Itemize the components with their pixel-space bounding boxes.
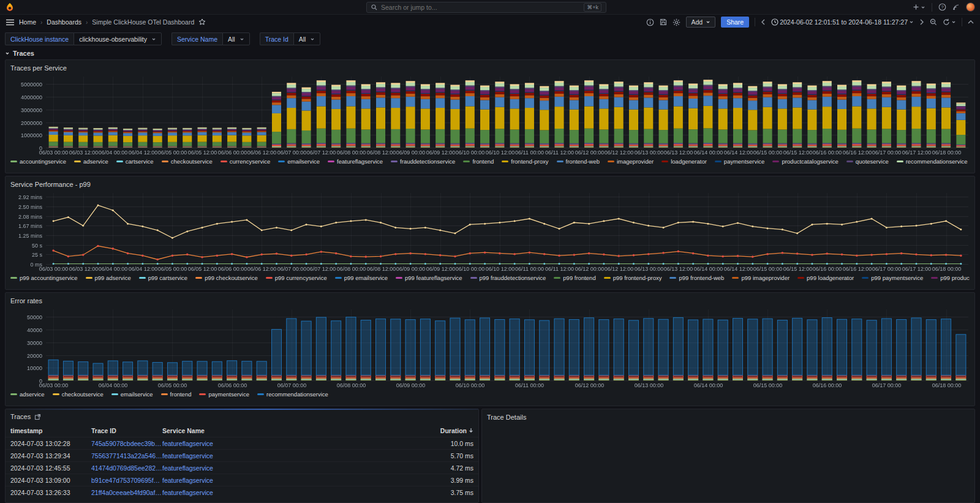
legend-item[interactable]: p99 imageprovider (732, 274, 790, 281)
cell-service-link[interactable]: featureflagservice (162, 477, 227, 484)
col-service-name[interactable]: Service Name (162, 427, 227, 434)
legend-item[interactable]: emailservice (278, 158, 320, 165)
cell-service-link[interactable]: featureflagservice (162, 452, 227, 460)
help-icon[interactable]: ? (938, 3, 946, 11)
legend-item[interactable]: checkoutservice (53, 391, 104, 398)
row-traces-toggle[interactable]: Traces (5, 48, 34, 58)
variable-label[interactable]: Service Name (172, 32, 222, 45)
legend-item[interactable]: loadgenerator (662, 158, 707, 165)
legend-item[interactable]: p99 frontend-proxy (604, 274, 662, 281)
legend-item[interactable]: paymentservice (715, 158, 765, 165)
legend-item[interactable]: frontend (463, 158, 494, 165)
dashboard-variables: ClickHouse instance clickhouse-observabi… (5, 32, 320, 45)
legend-item[interactable]: p99 loadgenerator (797, 274, 854, 281)
legend-item[interactable]: imageprovider (608, 158, 654, 165)
col-timestamp[interactable]: timestamp (10, 427, 91, 434)
table-row: 2024-07-03 13:26:3321ff4a0ceeaeb4fd90af0… (6, 486, 478, 498)
dashboard-settings-icon[interactable] (673, 18, 680, 26)
legend-item[interactable]: frontend (161, 391, 192, 398)
panel-title[interactable]: Traces per Service (10, 63, 970, 73)
legend-item[interactable]: quoteservice (846, 158, 889, 165)
legend-marker (557, 161, 564, 162)
legend-item[interactable]: paymentservice (199, 391, 249, 398)
variable-value-dropdown[interactable]: All (293, 32, 321, 45)
legend-item[interactable]: p99 featureflagservice (396, 274, 462, 281)
search-bar[interactable]: ⌘+k (366, 2, 606, 13)
legend-item[interactable]: accountingservice (10, 158, 66, 165)
legend-item[interactable]: cartservice (116, 158, 154, 165)
panel-links-icon[interactable] (34, 414, 41, 420)
legend-item[interactable]: p99 frauddetectionservice (470, 274, 546, 281)
service-performance-chart[interactable] (10, 189, 971, 273)
legend-item[interactable]: featureflagservice (328, 158, 383, 165)
cell-trace-id-link[interactable]: 75563771413a22a54618... (91, 452, 162, 460)
user-avatar[interactable] (966, 2, 975, 12)
breadcrumb-home[interactable]: Home (19, 18, 36, 26)
cell-trace-id-link[interactable]: 41474d0769d85ee2828... (91, 464, 162, 472)
time-back-icon[interactable] (761, 19, 766, 25)
legend-item[interactable]: frauddetectionservice (391, 158, 455, 165)
refresh-button[interactable] (943, 18, 956, 26)
grafana-logo[interactable] (5, 2, 15, 12)
legend-item[interactable]: p99 emailservice (335, 274, 388, 281)
traces-per-service-chart[interactable] (10, 73, 971, 156)
legend-item[interactable]: p99 accountingservice (10, 274, 78, 281)
news-icon[interactable] (952, 4, 960, 11)
panel-title[interactable]: Service Performance - p99 (10, 180, 970, 189)
variable-value-dropdown[interactable]: All (222, 32, 250, 45)
favorite-star-icon[interactable] (198, 18, 206, 26)
search-input[interactable] (381, 4, 580, 11)
legend-item[interactable]: emailservice (111, 391, 153, 398)
panel-title[interactable]: Traces (10, 412, 31, 422)
cell-service-link[interactable]: featureflagservice (162, 464, 227, 472)
col-trace-id[interactable]: Trace ID (91, 427, 162, 434)
legend-marker (328, 161, 334, 162)
legend-item[interactable]: p99 frontend (554, 274, 595, 281)
legend-item[interactable]: p99 adservice (86, 274, 131, 281)
row-title: Traces (13, 50, 34, 57)
legend-marker (732, 277, 739, 279)
legend-item[interactable]: p99 frontend-web (669, 274, 724, 281)
panel-title[interactable]: Trace Details (487, 412, 970, 422)
panel-title[interactable]: Error rates (10, 296, 970, 306)
save-dashboard-icon[interactable] (660, 18, 667, 26)
cell-timestamp: 2024-07-03 13:26:33 (10, 489, 91, 496)
legend-item[interactable]: frontend-proxy (502, 158, 548, 165)
chevron-down-icon (310, 37, 315, 42)
cell-trace-id-link[interactable]: 745a59078cbdeec39b7... (91, 440, 162, 447)
breadcrumb-dashboards[interactable]: Dashboards (47, 18, 81, 26)
legend-item[interactable]: p99 currencyservice (266, 274, 327, 281)
zoom-out-time-icon[interactable] (930, 18, 937, 26)
variable-label[interactable]: ClickHouse instance (5, 32, 74, 45)
collapse-topbar-icon[interactable] (968, 20, 974, 25)
new-button[interactable] (913, 4, 925, 10)
share-button[interactable]: Share (721, 17, 749, 28)
legend-item[interactable]: productcatalogservice (772, 158, 838, 165)
time-forward-icon[interactable] (919, 19, 924, 25)
legend-item[interactable]: adservice (10, 391, 45, 398)
legend-item[interactable]: p99 cartservice (139, 274, 187, 281)
chart-legend: adservicecheckoutserviceemailservicefron… (10, 390, 970, 399)
time-range-picker[interactable]: 2024-06-02 12:01:51 to 2024-06-18 11:27:… (771, 18, 914, 26)
legend-item[interactable]: p99 paymentservice (862, 274, 923, 281)
error-rates-chart[interactable] (10, 306, 971, 389)
cell-service-link[interactable]: featureflagservice (162, 489, 227, 496)
legend-item[interactable]: frontend-web (557, 158, 600, 165)
legend-item[interactable]: currencyservice (221, 158, 271, 165)
variable-label[interactable]: Trace Id (260, 32, 293, 45)
legend-item[interactable]: p99 productcatalogservice (931, 274, 970, 281)
cell-trace-id-link[interactable]: 21ff4a0ceeaeb4fd90af0... (91, 489, 162, 496)
dashboard-insights-icon[interactable] (646, 18, 654, 26)
legend-item[interactable]: recommendationservice (257, 391, 328, 398)
variable-trace-id: Trace Id All (260, 32, 321, 45)
menu-toggle-icon[interactable] (6, 19, 14, 26)
cell-trace-id-link[interactable]: b91ce47d753709695f1d... (91, 477, 162, 484)
legend-item[interactable]: checkoutservice (162, 158, 213, 165)
add-button[interactable]: Add (686, 17, 715, 28)
col-duration[interactable]: Duration (429, 427, 473, 434)
variable-value-dropdown[interactable]: clickhouse-observability (74, 32, 162, 45)
legend-item[interactable]: p99 checkoutservice (195, 274, 258, 281)
legend-item[interactable]: recommendationservice (897, 158, 968, 165)
legend-item[interactable]: adservice (74, 158, 108, 165)
cell-service-link[interactable]: featureflagservice (162, 440, 227, 447)
